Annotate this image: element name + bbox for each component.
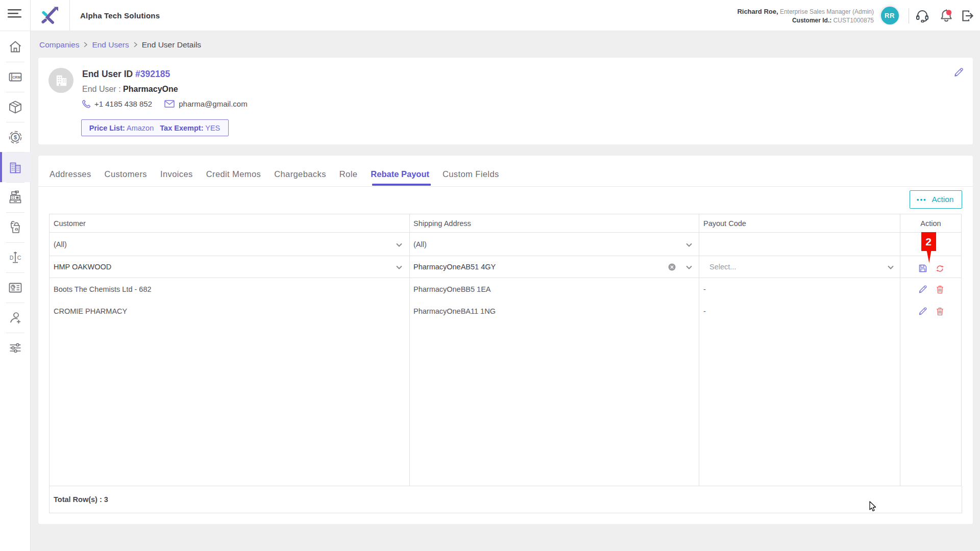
svg-text:C: C: [17, 255, 21, 261]
svg-text:D: D: [10, 255, 14, 261]
svg-text:CRM: CRM: [12, 76, 20, 79]
svg-text:$: $: [14, 134, 17, 140]
